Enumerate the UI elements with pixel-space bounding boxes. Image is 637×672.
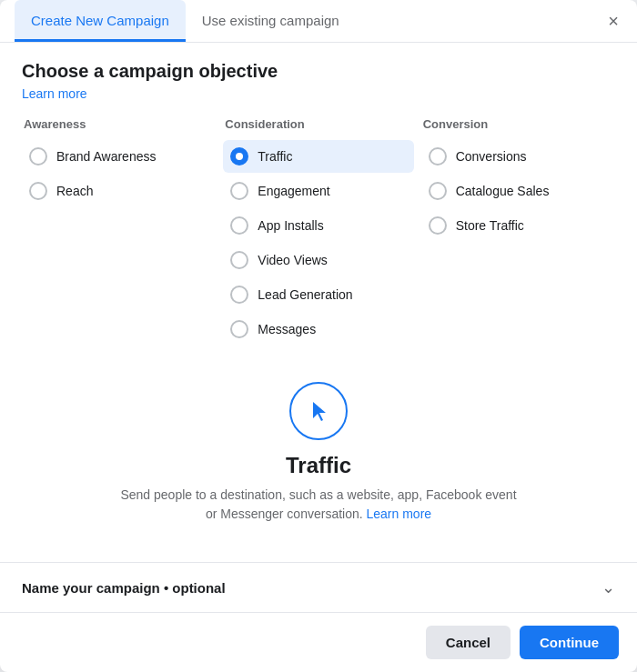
objective-conversions[interactable]: Conversions	[421, 140, 615, 173]
modal-content: Choose a campaign objective Learn more A…	[0, 43, 637, 562]
label-conversions: Conversions	[456, 149, 527, 164]
radio-brand-awareness	[29, 147, 47, 165]
objective-messages[interactable]: Messages	[223, 313, 413, 346]
cancel-button[interactable]: Cancel	[426, 626, 511, 659]
radio-conversions	[429, 147, 447, 165]
objective-store-traffic[interactable]: Store Traffic	[421, 209, 615, 242]
page-title: Choose a campaign objective	[22, 61, 615, 82]
objective-catalogue-sales[interactable]: Catalogue Sales	[421, 175, 615, 207]
objective-engagement[interactable]: Engagement	[223, 175, 413, 207]
tab-create-new-campaign[interactable]: Create New Campaign	[15, 0, 186, 42]
label-brand-awareness: Brand Awareness	[56, 149, 156, 164]
objective-lead-generation[interactable]: Lead Generation	[223, 278, 413, 311]
tab-bar: Create New Campaign Use existing campaig…	[0, 0, 637, 43]
radio-store-traffic	[429, 216, 447, 235]
campaign-modal: Create New Campaign Use existing campaig…	[0, 0, 637, 672]
label-store-traffic: Store Traffic	[456, 218, 524, 233]
awareness-column: Awareness Brand Awareness Reach	[22, 117, 219, 347]
selected-objective-display: Traffic Send people to a destination, su…	[22, 356, 615, 542]
radio-app-installs	[230, 216, 248, 235]
label-traffic: Traffic	[258, 149, 292, 164]
modal-footer: Cancel Continue	[0, 612, 637, 672]
selected-objective-description: Send people to a destination, such as a …	[118, 486, 519, 524]
consideration-column: Consideration Traffic Engagement App Ins…	[219, 117, 417, 347]
objective-learn-more-link[interactable]: Learn more	[367, 507, 432, 521]
label-lead-generation: Lead Generation	[258, 287, 352, 302]
name-campaign-label: Name your campaign • optional	[22, 580, 226, 596]
objective-brand-awareness[interactable]: Brand Awareness	[22, 140, 216, 173]
continue-button[interactable]: Continue	[520, 626, 619, 659]
conversion-header: Conversion	[421, 117, 615, 131]
objective-traffic[interactable]: Traffic	[223, 140, 413, 173]
radio-traffic	[230, 147, 248, 165]
radio-engagement	[230, 182, 248, 200]
radio-video-views	[230, 251, 248, 269]
label-app-installs: App Installs	[258, 218, 323, 233]
objective-app-installs[interactable]: App Installs	[223, 209, 413, 242]
label-reach: Reach	[56, 184, 93, 198]
radio-catalogue-sales	[429, 182, 447, 200]
consideration-header: Consideration	[223, 117, 413, 131]
name-campaign-row[interactable]: Name your campaign • optional ⌄	[0, 562, 637, 612]
label-catalogue-sales: Catalogue Sales	[456, 184, 550, 198]
chevron-down-icon: ⌄	[602, 577, 615, 597]
label-engagement: Engagement	[258, 184, 329, 198]
page-learn-more-link[interactable]: Learn more	[22, 86, 87, 101]
radio-lead-generation	[230, 286, 248, 304]
awareness-header: Awareness	[22, 117, 216, 131]
selected-objective-name: Traffic	[286, 453, 351, 478]
radio-messages	[230, 320, 248, 338]
close-button[interactable]: ×	[602, 8, 624, 34]
cursor-icon	[304, 396, 333, 426]
objective-video-views[interactable]: Video Views	[223, 244, 413, 276]
objective-icon-circle	[289, 382, 348, 440]
conversion-column: Conversion Conversions Catalogue Sales S…	[418, 117, 615, 347]
label-messages: Messages	[258, 322, 316, 336]
radio-reach	[29, 182, 47, 200]
objectives-grid: Awareness Brand Awareness Reach Consider…	[22, 117, 615, 347]
tab-use-existing-campaign[interactable]: Use existing campaign	[186, 0, 356, 42]
objective-reach[interactable]: Reach	[22, 175, 216, 207]
label-video-views: Video Views	[258, 253, 328, 267]
